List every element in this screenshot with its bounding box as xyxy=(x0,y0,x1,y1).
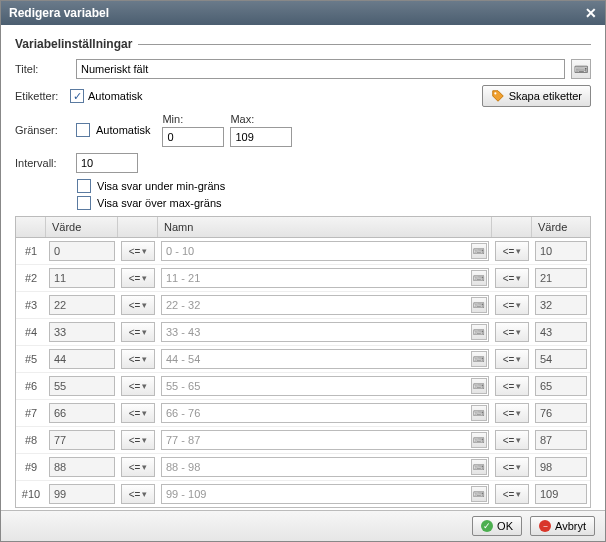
row-value1-input[interactable] xyxy=(49,457,115,477)
row-value2-input[interactable] xyxy=(535,349,587,369)
op-dropdown[interactable]: <=▾ xyxy=(495,484,529,504)
cancel-icon: － xyxy=(539,520,551,532)
table-row: #4<=▾⌨<=▾ xyxy=(16,319,590,346)
op-dropdown[interactable]: <=▾ xyxy=(495,403,529,423)
edit-icon[interactable]: ⌨ xyxy=(471,378,487,394)
granser-row: Gränser: Automatisk Min: Max: xyxy=(15,113,591,147)
row-index: #9 xyxy=(16,461,46,473)
edit-icon[interactable]: ⌨ xyxy=(471,459,487,475)
op-dropdown[interactable]: <=▾ xyxy=(121,376,155,396)
title-input[interactable] xyxy=(76,59,565,79)
chevron-down-icon: ▾ xyxy=(516,246,521,256)
row-value1-input[interactable] xyxy=(49,322,115,342)
row-value1-cell xyxy=(46,484,118,504)
edit-icon[interactable]: ⌨ xyxy=(471,324,487,340)
row-value1-input[interactable] xyxy=(49,268,115,288)
row-name-input[interactable] xyxy=(161,322,489,342)
op-dropdown[interactable]: <=▾ xyxy=(495,322,529,342)
table-row: #10<=▾⌨<=▾ xyxy=(16,481,590,507)
row-value2-input[interactable] xyxy=(535,484,587,504)
edit-icon[interactable]: ⌨ xyxy=(471,351,487,367)
row-value1-cell xyxy=(46,403,118,423)
row-name-input[interactable] xyxy=(161,376,489,396)
row-name-input[interactable] xyxy=(161,241,489,261)
row-name-input[interactable] xyxy=(161,268,489,288)
table-row: #5<=▾⌨<=▾ xyxy=(16,346,590,373)
edit-icon[interactable]: ⌨ xyxy=(471,270,487,286)
create-labels-button[interactable]: Skapa etiketter xyxy=(482,85,591,107)
row-value2-input[interactable] xyxy=(535,268,587,288)
edit-icon[interactable]: ⌨ xyxy=(471,243,487,259)
show-above-checkbox[interactable] xyxy=(77,196,91,210)
op-dropdown[interactable]: <=▾ xyxy=(495,349,529,369)
etiketter-label: Etiketter: xyxy=(15,90,70,102)
row-value2-input[interactable] xyxy=(535,322,587,342)
edit-icon[interactable]: ⌨ xyxy=(471,432,487,448)
row-index: #8 xyxy=(16,434,46,446)
op-dropdown[interactable]: <=▾ xyxy=(121,268,155,288)
op-dropdown[interactable]: <=▾ xyxy=(495,430,529,450)
row-op1-cell: <=▾ xyxy=(118,376,158,396)
row-value1-input[interactable] xyxy=(49,349,115,369)
op-dropdown[interactable]: <=▾ xyxy=(121,241,155,261)
row-name-input[interactable] xyxy=(161,349,489,369)
title-edit-icon[interactable]: ⌨ xyxy=(571,59,591,79)
header-value2: Värde xyxy=(532,217,590,237)
row-name-input[interactable] xyxy=(161,484,489,504)
chevron-down-icon: ▾ xyxy=(516,408,521,418)
op-dropdown[interactable]: <=▾ xyxy=(121,457,155,477)
row-value1-input[interactable] xyxy=(49,376,115,396)
edit-icon[interactable]: ⌨ xyxy=(471,405,487,421)
op-dropdown[interactable]: <=▾ xyxy=(121,403,155,423)
op-dropdown[interactable]: <=▾ xyxy=(495,268,529,288)
header-op2 xyxy=(492,217,532,237)
row-value2-input[interactable] xyxy=(535,241,587,261)
ok-label: OK xyxy=(497,520,513,532)
row-value2-input[interactable] xyxy=(535,403,587,423)
op-dropdown[interactable]: <=▾ xyxy=(121,430,155,450)
show-above-row: Visa svar över max-gräns xyxy=(77,196,591,210)
op-dropdown[interactable]: <=▾ xyxy=(121,322,155,342)
row-op1-cell: <=▾ xyxy=(118,241,158,261)
min-input[interactable] xyxy=(162,127,224,147)
op-dropdown[interactable]: <=▾ xyxy=(121,484,155,504)
close-icon[interactable]: ✕ xyxy=(585,5,597,21)
row-name-input[interactable] xyxy=(161,295,489,315)
row-name-input[interactable] xyxy=(161,430,489,450)
dialog: Redigera variabel ✕ Variabelinställninga… xyxy=(0,0,606,542)
max-input[interactable] xyxy=(230,127,292,147)
op-dropdown[interactable]: <=▾ xyxy=(495,295,529,315)
chevron-down-icon: ▾ xyxy=(142,300,147,310)
row-value1-input[interactable] xyxy=(49,484,115,504)
chevron-down-icon: ▾ xyxy=(516,489,521,499)
row-value1-input[interactable] xyxy=(49,241,115,261)
row-value2-input[interactable] xyxy=(535,430,587,450)
section-heading-text: Variabelinställningar xyxy=(15,37,132,51)
row-value1-cell xyxy=(46,457,118,477)
row-name-input[interactable] xyxy=(161,403,489,423)
show-below-checkbox[interactable] xyxy=(77,179,91,193)
row-value1-input[interactable] xyxy=(49,403,115,423)
row-name-cell: ⌨ xyxy=(158,268,492,288)
granser-auto-checkbox[interactable] xyxy=(76,123,90,137)
op-dropdown[interactable]: <=▾ xyxy=(121,349,155,369)
row-name-input[interactable] xyxy=(161,457,489,477)
row-value1-input[interactable] xyxy=(49,295,115,315)
edit-icon[interactable]: ⌨ xyxy=(471,297,487,313)
row-value2-input[interactable] xyxy=(535,295,587,315)
chevron-down-icon: ▾ xyxy=(142,408,147,418)
op-dropdown[interactable]: <=▾ xyxy=(495,376,529,396)
row-value1-input[interactable] xyxy=(49,430,115,450)
cancel-button[interactable]: － Avbryt xyxy=(530,516,595,536)
header-op1 xyxy=(118,217,158,237)
ok-button[interactable]: ✓ OK xyxy=(472,516,522,536)
etiketter-auto-checkbox[interactable] xyxy=(70,89,84,103)
row-value2-input[interactable] xyxy=(535,376,587,396)
row-value2-cell xyxy=(532,457,590,477)
op-dropdown[interactable]: <=▾ xyxy=(495,241,529,261)
op-dropdown[interactable]: <=▾ xyxy=(121,295,155,315)
intervall-input[interactable] xyxy=(76,153,138,173)
edit-icon[interactable]: ⌨ xyxy=(471,486,487,502)
row-value2-input[interactable] xyxy=(535,457,587,477)
op-dropdown[interactable]: <=▾ xyxy=(495,457,529,477)
